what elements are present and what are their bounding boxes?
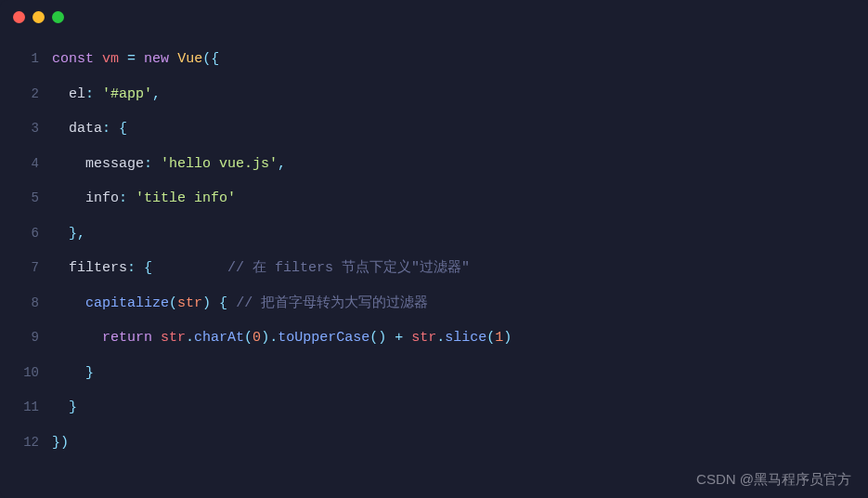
minimize-icon[interactable]	[32, 11, 45, 23]
line-number: 10	[17, 357, 39, 389]
watermark-text: CSDN @黑马程序员官方	[696, 471, 851, 489]
code-line: 5 info: 'title info'	[17, 181, 851, 216]
line-number: 2	[17, 78, 39, 111]
code-line: 4 message: 'hello vue.js',	[17, 147, 851, 182]
code-line: 12})	[17, 426, 851, 461]
code-line: 7 filters: { // 在 filters 节点下定义"过滤器"	[17, 251, 851, 286]
line-number: 12	[17, 426, 39, 459]
code-content: },	[52, 216, 85, 252]
code-content: el: '#app',	[52, 77, 161, 112]
code-content: info: 'title info'	[52, 181, 236, 216]
line-number: 6	[17, 217, 39, 250]
code-area: 1const vm = new Vue({2 el: '#app',3 data…	[0, 42, 868, 460]
code-line: 10 }	[17, 356, 851, 391]
code-editor-window: 1const vm = new Vue({2 el: '#app',3 data…	[0, 0, 868, 498]
code-line: 8 capitalize(str) { // 把首字母转为大写的过滤器	[17, 286, 851, 321]
window-controls	[0, 11, 868, 42]
line-number: 11	[17, 391, 39, 424]
line-number: 7	[17, 252, 39, 284]
line-number: 9	[17, 321, 39, 354]
code-content: })	[52, 426, 69, 461]
code-line: 11 }	[17, 390, 851, 426]
code-content: const vm = new Vue({	[52, 42, 219, 77]
code-line: 3 data: {	[17, 111, 851, 147]
line-number: 3	[17, 112, 39, 145]
close-icon[interactable]	[13, 11, 25, 23]
line-number: 5	[17, 182, 39, 215]
code-content: }	[52, 390, 77, 426]
code-line: 2 el: '#app',	[17, 77, 851, 112]
code-line: 1const vm = new Vue({	[17, 42, 851, 77]
code-content: data: {	[52, 111, 127, 147]
code-content: return str.charAt(0).toUpperCase() + str…	[52, 321, 512, 356]
line-number: 4	[17, 148, 39, 180]
code-line: 6 },	[17, 216, 851, 252]
line-number: 8	[17, 287, 39, 320]
line-number: 1	[17, 43, 39, 75]
code-content: filters: { // 在 filters 节点下定义"过滤器"	[52, 251, 470, 286]
code-content: message: 'hello vue.js',	[52, 147, 286, 182]
code-content: }	[52, 356, 94, 391]
code-content: capitalize(str) { // 把首字母转为大写的过滤器	[52, 286, 428, 321]
maximize-icon[interactable]	[52, 11, 64, 23]
code-line: 9 return str.charAt(0).toUpperCase() + s…	[17, 321, 851, 356]
